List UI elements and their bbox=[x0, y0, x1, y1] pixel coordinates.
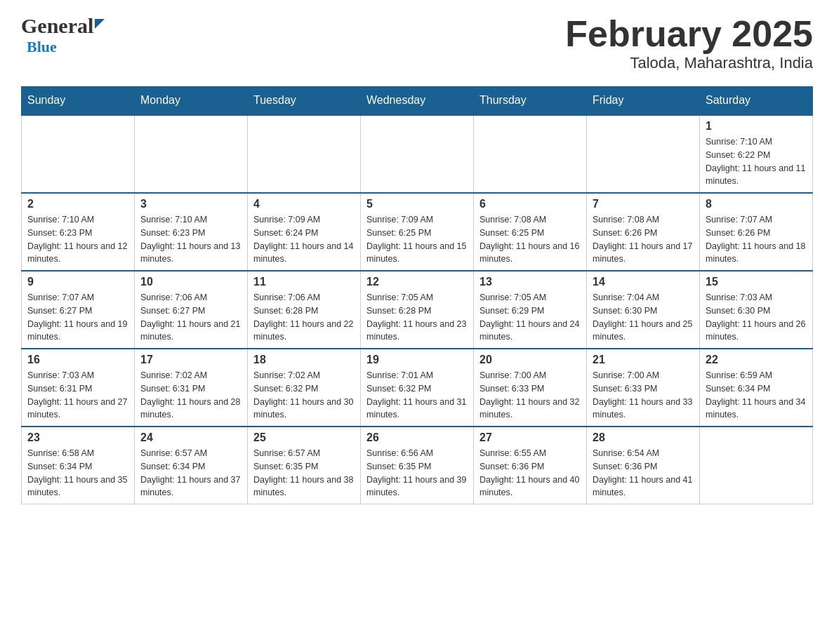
calendar-week-2: 2Sunrise: 7:10 AMSunset: 6:23 PMDaylight… bbox=[22, 193, 813, 271]
day-number: 24 bbox=[140, 431, 241, 444]
day-info: Sunrise: 6:59 AMSunset: 6:34 PMDaylight:… bbox=[706, 369, 807, 422]
day-number: 1 bbox=[706, 120, 807, 133]
logo: General bbox=[21, 14, 105, 38]
day-info: Sunrise: 7:09 AMSunset: 6:25 PMDaylight:… bbox=[366, 213, 468, 266]
logo-general-text: General bbox=[21, 14, 93, 38]
page-header: General Blue February 2025 Taloda, Mahar… bbox=[21, 14, 813, 72]
title-area: February 2025 Taloda, Maharashtra, India bbox=[565, 14, 813, 72]
day-info: Sunrise: 6:54 AMSunset: 6:36 PMDaylight:… bbox=[593, 447, 694, 499]
day-number: 10 bbox=[140, 276, 241, 288]
table-row: 6Sunrise: 7:08 AMSunset: 6:25 PMDaylight… bbox=[474, 193, 587, 271]
day-info: Sunrise: 7:05 AMSunset: 6:29 PMDaylight:… bbox=[479, 291, 581, 344]
day-info: Sunrise: 7:04 AMSunset: 6:30 PMDaylight:… bbox=[593, 291, 694, 344]
table-row: 21Sunrise: 7:00 AMSunset: 6:33 PMDayligh… bbox=[587, 349, 700, 427]
day-info: Sunrise: 7:03 AMSunset: 6:31 PMDaylight:… bbox=[27, 369, 128, 422]
day-number: 14 bbox=[593, 276, 694, 288]
calendar-week-1: 1Sunrise: 7:10 AMSunset: 6:22 PMDaylight… bbox=[22, 115, 813, 194]
day-number: 12 bbox=[366, 276, 468, 288]
calendar-table: Sunday Monday Tuesday Wednesday Thursday… bbox=[21, 86, 813, 504]
day-number: 18 bbox=[253, 354, 355, 366]
day-info: Sunrise: 7:02 AMSunset: 6:32 PMDaylight:… bbox=[253, 369, 355, 422]
day-number: 19 bbox=[366, 354, 468, 366]
col-friday: Friday bbox=[587, 87, 700, 115]
day-number: 3 bbox=[140, 198, 241, 210]
col-wednesday: Wednesday bbox=[361, 87, 474, 115]
day-info: Sunrise: 7:00 AMSunset: 6:33 PMDaylight:… bbox=[479, 369, 581, 422]
day-number: 5 bbox=[366, 198, 468, 210]
table-row bbox=[248, 115, 361, 194]
table-row: 22Sunrise: 6:59 AMSunset: 6:34 PMDayligh… bbox=[700, 349, 813, 427]
table-row: 5Sunrise: 7:09 AMSunset: 6:25 PMDaylight… bbox=[361, 193, 474, 271]
calendar-week-5: 23Sunrise: 6:58 AMSunset: 6:34 PMDayligh… bbox=[22, 427, 813, 504]
table-row: 16Sunrise: 7:03 AMSunset: 6:31 PMDayligh… bbox=[22, 349, 135, 427]
table-row: 26Sunrise: 6:56 AMSunset: 6:35 PMDayligh… bbox=[361, 427, 474, 504]
day-info: Sunrise: 6:57 AMSunset: 6:35 PMDaylight:… bbox=[253, 447, 355, 499]
calendar-subtitle: Taloda, Maharashtra, India bbox=[565, 54, 813, 72]
day-info: Sunrise: 7:05 AMSunset: 6:28 PMDaylight:… bbox=[366, 291, 468, 344]
table-row bbox=[587, 115, 700, 194]
table-row bbox=[135, 115, 248, 194]
day-number: 9 bbox=[27, 276, 128, 288]
day-number: 22 bbox=[706, 354, 807, 366]
table-row: 9Sunrise: 7:07 AMSunset: 6:27 PMDaylight… bbox=[22, 271, 135, 349]
day-number: 26 bbox=[366, 431, 468, 444]
table-row: 25Sunrise: 6:57 AMSunset: 6:35 PMDayligh… bbox=[248, 427, 361, 504]
table-row: 27Sunrise: 6:55 AMSunset: 6:36 PMDayligh… bbox=[474, 427, 587, 504]
calendar-week-3: 9Sunrise: 7:07 AMSunset: 6:27 PMDaylight… bbox=[22, 271, 813, 349]
col-monday: Monday bbox=[135, 87, 248, 115]
day-info: Sunrise: 6:58 AMSunset: 6:34 PMDaylight:… bbox=[27, 447, 128, 499]
day-number: 25 bbox=[253, 431, 355, 444]
table-row: 4Sunrise: 7:09 AMSunset: 6:24 PMDaylight… bbox=[248, 193, 361, 271]
day-info: Sunrise: 7:02 AMSunset: 6:31 PMDaylight:… bbox=[140, 369, 241, 422]
day-info: Sunrise: 7:06 AMSunset: 6:27 PMDaylight:… bbox=[140, 291, 241, 344]
table-row: 19Sunrise: 7:01 AMSunset: 6:32 PMDayligh… bbox=[361, 349, 474, 427]
day-info: Sunrise: 7:10 AMSunset: 6:23 PMDaylight:… bbox=[27, 213, 128, 266]
day-number: 21 bbox=[593, 354, 694, 366]
day-info: Sunrise: 6:56 AMSunset: 6:35 PMDaylight:… bbox=[366, 447, 468, 499]
day-info: Sunrise: 6:57 AMSunset: 6:34 PMDaylight:… bbox=[140, 447, 241, 499]
day-number: 4 bbox=[253, 198, 355, 210]
table-row: 28Sunrise: 6:54 AMSunset: 6:36 PMDayligh… bbox=[587, 427, 700, 504]
table-row: 12Sunrise: 7:05 AMSunset: 6:28 PMDayligh… bbox=[361, 271, 474, 349]
table-row bbox=[700, 427, 813, 504]
day-info: Sunrise: 7:06 AMSunset: 6:28 PMDaylight:… bbox=[253, 291, 355, 344]
table-row: 1Sunrise: 7:10 AMSunset: 6:22 PMDaylight… bbox=[700, 115, 813, 194]
day-number: 20 bbox=[479, 354, 581, 366]
table-row: 15Sunrise: 7:03 AMSunset: 6:30 PMDayligh… bbox=[700, 271, 813, 349]
logo-triangle-icon bbox=[95, 19, 105, 29]
day-number: 2 bbox=[27, 198, 128, 210]
day-number: 8 bbox=[706, 198, 807, 210]
day-info: Sunrise: 7:07 AMSunset: 6:27 PMDaylight:… bbox=[27, 291, 128, 344]
day-number: 23 bbox=[27, 431, 128, 444]
day-info: Sunrise: 7:01 AMSunset: 6:32 PMDaylight:… bbox=[366, 369, 468, 422]
table-row bbox=[474, 115, 587, 194]
table-row: 11Sunrise: 7:06 AMSunset: 6:28 PMDayligh… bbox=[248, 271, 361, 349]
day-number: 17 bbox=[140, 354, 241, 366]
table-row: 7Sunrise: 7:08 AMSunset: 6:26 PMDaylight… bbox=[587, 193, 700, 271]
table-row bbox=[22, 115, 135, 194]
day-number: 7 bbox=[593, 198, 694, 210]
day-number: 11 bbox=[253, 276, 355, 288]
day-info: Sunrise: 7:08 AMSunset: 6:25 PMDaylight:… bbox=[479, 213, 581, 266]
table-row: 14Sunrise: 7:04 AMSunset: 6:30 PMDayligh… bbox=[587, 271, 700, 349]
logo-area: General Blue bbox=[21, 14, 105, 56]
table-row: 24Sunrise: 6:57 AMSunset: 6:34 PMDayligh… bbox=[135, 427, 248, 504]
day-number: 13 bbox=[479, 276, 581, 288]
col-thursday: Thursday bbox=[474, 87, 587, 115]
day-number: 6 bbox=[479, 198, 581, 210]
calendar-week-4: 16Sunrise: 7:03 AMSunset: 6:31 PMDayligh… bbox=[22, 349, 813, 427]
table-row: 8Sunrise: 7:07 AMSunset: 6:26 PMDaylight… bbox=[700, 193, 813, 271]
day-info: Sunrise: 7:08 AMSunset: 6:26 PMDaylight:… bbox=[593, 213, 694, 266]
day-number: 15 bbox=[706, 276, 807, 288]
table-row bbox=[361, 115, 474, 194]
day-info: Sunrise: 7:10 AMSunset: 6:23 PMDaylight:… bbox=[140, 213, 241, 266]
day-info: Sunrise: 7:10 AMSunset: 6:22 PMDaylight:… bbox=[706, 135, 807, 188]
table-row: 3Sunrise: 7:10 AMSunset: 6:23 PMDaylight… bbox=[135, 193, 248, 271]
table-row: 20Sunrise: 7:00 AMSunset: 6:33 PMDayligh… bbox=[474, 349, 587, 427]
table-row: 18Sunrise: 7:02 AMSunset: 6:32 PMDayligh… bbox=[248, 349, 361, 427]
day-info: Sunrise: 7:07 AMSunset: 6:26 PMDaylight:… bbox=[706, 213, 807, 266]
table-row: 10Sunrise: 7:06 AMSunset: 6:27 PMDayligh… bbox=[135, 271, 248, 349]
table-row: 13Sunrise: 7:05 AMSunset: 6:29 PMDayligh… bbox=[474, 271, 587, 349]
calendar-header-row: Sunday Monday Tuesday Wednesday Thursday… bbox=[22, 87, 813, 115]
day-info: Sunrise: 7:09 AMSunset: 6:24 PMDaylight:… bbox=[253, 213, 355, 266]
